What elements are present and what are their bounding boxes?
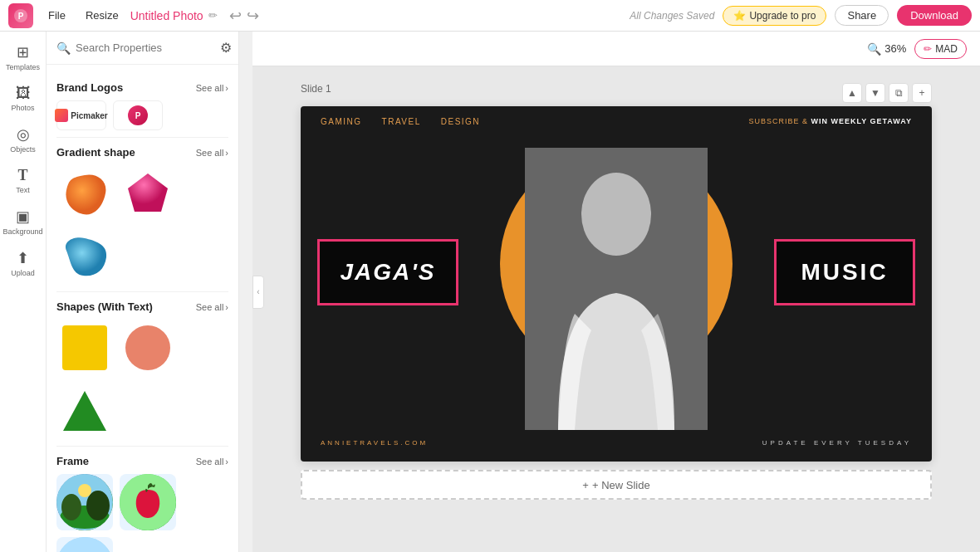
mad-label: MAD (935, 43, 958, 55)
file-menu[interactable]: File (40, 6, 74, 25)
background-label: Background (2, 227, 42, 236)
filter-icon[interactable]: ⚙ (220, 40, 232, 56)
gradient-blob-blue[interactable] (56, 228, 113, 285)
slide-label: Slide 1 (301, 83, 331, 95)
upload-icon: ⬆ (17, 249, 29, 267)
saved-status: All Changes Saved (630, 10, 714, 22)
frame-apple[interactable] (120, 474, 176, 530)
frame-apple-img (120, 474, 176, 530)
jagas-text: JAGA'S (340, 259, 435, 286)
left-nav: ⊞ Templates 🖼 Photos ◎ Objects T Text ▣ … (0, 32, 47, 552)
frame-whale[interactable] (56, 537, 113, 552)
chevron-right-icon-4: › (225, 457, 228, 467)
slide-canvas[interactable]: GAMING TRAVEL DESIGN SUBSCRIBE & WIN WEE… (301, 106, 932, 462)
gradient-shapes-row (56, 165, 228, 285)
main-layout: ⊞ Templates 🖼 Photos ◎ Objects T Text ▣ … (0, 32, 980, 552)
collapse-button[interactable]: ‹ (252, 276, 264, 309)
download-button[interactable]: Download (897, 5, 972, 26)
gradient-shape-title: Gradient shape (56, 146, 135, 159)
slide-nav-bar: GAMING TRAVEL DESIGN SUBSCRIBE & WIN WEE… (301, 106, 932, 136)
frame-row (56, 474, 228, 552)
slide-top-row: Slide 1 ▲ ▼ ⧉ + (301, 83, 932, 103)
gradient-pentagon-pink[interactable] (120, 165, 176, 222)
svg-text:P: P (18, 12, 24, 21)
sidebar-item-photos[interactable]: 🖼 Photos (3, 80, 43, 117)
menu-items: File Resize (40, 6, 127, 25)
sidebar-item-templates[interactable]: ⊞ Templates (3, 38, 43, 76)
star-icon: ⭐ (733, 10, 746, 22)
templates-label: Templates (6, 63, 40, 71)
plus-icon: + (582, 479, 589, 491)
frame-landscape[interactable] (56, 474, 113, 530)
panel-content: Brand Logos See all › Picmaker P (47, 65, 238, 552)
zoom-icon: 🔍 (867, 42, 881, 56)
canvas-scroll[interactable]: Slide 1 ▲ ▼ ⧉ + GAMING TRAVEL (252, 66, 980, 552)
gradient-shape-see-all[interactable]: See all › (196, 148, 228, 158)
slide-up-button[interactable]: ▲ (842, 83, 862, 103)
upload-label: Upload (11, 269, 35, 277)
sidebar-item-text[interactable]: T Text (3, 162, 43, 199)
divider-2 (56, 291, 228, 292)
brand-logos-see-all[interactable]: See all › (196, 83, 228, 93)
redo-icon[interactable]: ↪ (247, 7, 259, 25)
search-input[interactable] (76, 42, 215, 54)
objects-icon: ◎ (17, 125, 30, 144)
add-slide-button[interactable]: + + New Slide (301, 470, 932, 500)
brand-logos-title: Brand Logos (56, 81, 123, 94)
share-button[interactable]: Share (835, 5, 889, 26)
chevron-right-icon-2: › (225, 148, 228, 158)
slide-add-button[interactable]: + (912, 83, 932, 103)
canvas-area: 🔍 36% ✏ MAD Slide 1 ▲ ▼ ⧉ + (252, 32, 980, 552)
zoom-control: 🔍 36% (867, 42, 906, 56)
jagas-box: JAGA'S (317, 239, 458, 305)
resize-menu[interactable]: Resize (77, 6, 127, 25)
zoom-percent: 36% (884, 42, 906, 55)
slide-action-buttons: ▲ ▼ ⧉ + (842, 83, 932, 103)
sidebar-item-upload[interactable]: ⬆ Upload (3, 244, 43, 282)
divider-3 (56, 446, 228, 447)
text-label: Text (16, 186, 30, 194)
upgrade-button[interactable]: ⭐ Upgrade to pro (723, 6, 826, 26)
add-slide-label: + New Slide (592, 479, 650, 491)
app-logo: P (8, 3, 33, 28)
gradient-blob-orange[interactable] (56, 165, 113, 222)
brand-logos-row: Picmaker P (56, 100, 228, 130)
shape-green-triangle[interactable] (56, 383, 113, 439)
svg-point-6 (61, 494, 81, 520)
slide-copy-button[interactable]: ⧉ (889, 83, 909, 103)
svg-point-8 (78, 484, 91, 497)
photos-icon: 🖼 (16, 85, 31, 102)
shapes-text-see-all[interactable]: See all › (196, 302, 228, 312)
svg-point-7 (86, 491, 110, 520)
brand-logo-picmaker[interactable]: Picmaker (56, 100, 106, 130)
edit-title-icon[interactable]: ✏ (208, 9, 218, 22)
divider-1 (56, 137, 228, 138)
undo-icon[interactable]: ↩ (229, 7, 242, 25)
shape-yellow-square[interactable] (56, 320, 113, 376)
brand-logo-pm2[interactable]: P (113, 100, 163, 130)
sidebar-item-objects[interactable]: ◎ Objects (3, 120, 43, 159)
shape-pink-circle[interactable] (120, 320, 176, 376)
objects-label: Objects (10, 145, 36, 154)
slide-wrapper: Slide 1 ▲ ▼ ⧉ + GAMING TRAVEL (301, 83, 932, 500)
frame-see-all[interactable]: See all › (196, 457, 228, 467)
sidebar-item-background[interactable]: ▣ Background (3, 203, 43, 241)
win-text: WIN WEEKLY GETAWAY (811, 117, 912, 125)
gradient-shape-section-header: Gradient shape See all › (56, 146, 228, 159)
templates-icon: ⊞ (17, 43, 29, 61)
frame-whale-img (56, 537, 113, 552)
chevron-right-icon: › (225, 83, 228, 93)
shapes-text-section-header: Shapes (With Text) See all › (56, 300, 228, 313)
slide-down-button[interactable]: ▼ (865, 83, 885, 103)
slide-subscribe: SUBSCRIBE & WIN WEEKLY GETAWAY (748, 117, 912, 125)
music-text: MUSIC (801, 259, 888, 286)
slide-nav-links: GAMING TRAVEL DESIGN (321, 117, 480, 126)
svg-point-10 (56, 537, 113, 552)
pencil-icon: ✏ (924, 43, 932, 55)
bottom-left-text: ANNIETRAVELS.COM (321, 439, 428, 447)
mad-button[interactable]: ✏ MAD (914, 39, 967, 59)
svg-marker-3 (63, 391, 106, 431)
brand-logos-section-header: Brand Logos See all › (56, 81, 228, 94)
search-icon: 🔍 (56, 42, 71, 55)
person-image (525, 148, 708, 430)
